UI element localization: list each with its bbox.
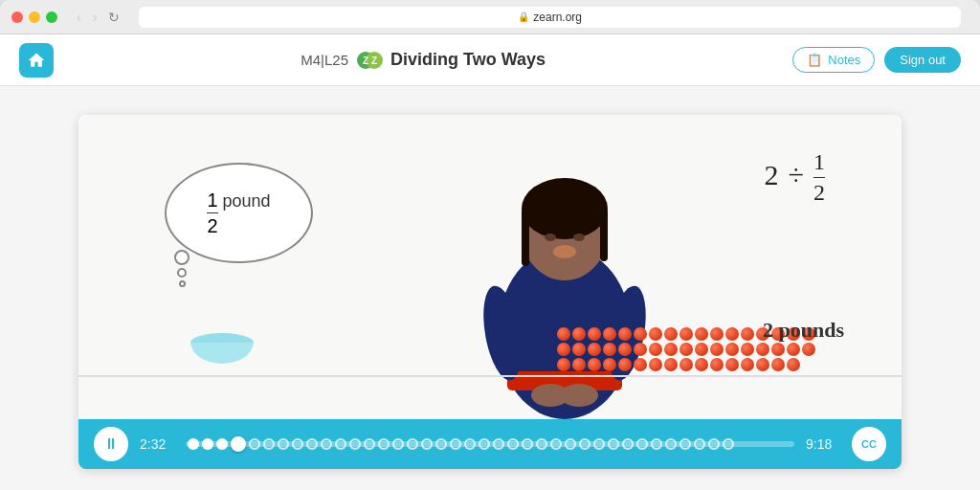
tomato — [741, 327, 754, 341]
tomato — [787, 358, 800, 371]
notes-label: Notes — [828, 53, 860, 67]
bubble-circle-3 — [179, 280, 186, 287]
progress-dot-empty — [579, 438, 590, 450]
cc-button[interactable]: CC — [852, 427, 886, 461]
progress-dot-empty — [407, 438, 418, 450]
tomato — [634, 327, 647, 341]
time-total: 9:18 — [806, 436, 840, 452]
home-button[interactable] — [19, 43, 54, 78]
progress-dot-empty — [464, 438, 476, 450]
progress-dot-empty — [479, 438, 490, 450]
tomato — [634, 343, 647, 356]
notes-icon: 📋 — [807, 53, 822, 67]
video-container: 2 ÷ 1 2 1 — [0, 86, 980, 490]
tomato — [710, 343, 724, 356]
progress-dot-empty — [665, 438, 677, 450]
video-controls: ⏸ 2:32 — [78, 419, 902, 469]
progress-dot-empty — [435, 438, 447, 450]
thought-fraction: 1 2 — [207, 189, 217, 237]
lesson-label: M4|L25 — [301, 52, 348, 68]
tomato — [634, 358, 647, 371]
pounds-label: 2 pounds — [763, 318, 844, 343]
tomato — [679, 327, 693, 341]
signout-button[interactable]: Sign out — [884, 47, 961, 73]
tomato — [588, 343, 601, 356]
tomato — [557, 327, 570, 341]
bowl — [189, 333, 256, 367]
tomato — [664, 327, 678, 341]
tomato — [756, 343, 769, 356]
progress-dot-empty — [507, 438, 519, 450]
progress-dot-empty — [636, 438, 648, 450]
svg-point-16 — [560, 384, 598, 407]
progress-dot-empty — [421, 438, 433, 450]
tomato — [588, 327, 601, 341]
tomato — [603, 343, 616, 356]
equation-display: 2 ÷ 1 2 — [765, 144, 825, 207]
progress-dot-empty — [550, 438, 562, 450]
tomato — [588, 358, 601, 371]
tomato — [710, 327, 724, 341]
bubble-circles — [174, 250, 189, 287]
tomato — [695, 343, 708, 356]
progress-dot-empty — [622, 438, 634, 450]
tomato — [741, 358, 754, 371]
close-button[interactable] — [11, 11, 23, 23]
progress-dot-empty — [493, 438, 504, 450]
progress-dot-empty — [651, 438, 662, 450]
progress-dot-empty — [349, 438, 361, 450]
tomato — [664, 343, 678, 356]
teacher-svg — [440, 142, 689, 419]
tomato — [787, 343, 800, 356]
progress-dot-empty — [278, 438, 289, 450]
pause-button[interactable]: ⏸ — [94, 427, 128, 461]
equation-div: ÷ — [789, 159, 804, 191]
tomato — [572, 343, 586, 356]
tomato — [572, 358, 586, 371]
progress-dot-empty — [450, 438, 461, 450]
progress-dot-empty — [263, 438, 275, 450]
minimize-button[interactable] — [29, 11, 40, 23]
tomato — [741, 343, 754, 356]
equation-fraction: 1 2 — [813, 144, 825, 207]
progress-dot-empty — [679, 438, 691, 450]
thought-bubble: 1 2 pound — [155, 163, 318, 287]
tomato — [771, 358, 785, 371]
back-button[interactable]: ‹ — [73, 8, 85, 27]
progress-handle[interactable] — [231, 436, 246, 452]
equation-number: 2 — [765, 159, 779, 191]
tomato — [679, 343, 693, 356]
tomato — [649, 358, 662, 371]
address-bar[interactable]: 🔒 zearn.org — [139, 7, 961, 28]
tomato — [725, 327, 739, 341]
tomato — [710, 358, 724, 371]
maximize-button[interactable] — [46, 11, 57, 23]
tomato — [618, 358, 632, 371]
svg-text:Z: Z — [371, 56, 377, 66]
forward-button[interactable]: › — [89, 8, 101, 27]
bubble-circle-1 — [174, 250, 189, 265]
pause-icon: ⏸ — [103, 435, 119, 453]
bubble-circle-2 — [177, 268, 187, 278]
refresh-button[interactable]: ↻ — [104, 8, 123, 27]
notes-button[interactable]: 📋 Notes — [792, 47, 875, 73]
progress-dot-empty — [708, 438, 720, 450]
progress-bar[interactable] — [186, 441, 794, 447]
time-current: 2:32 — [140, 436, 174, 452]
svg-point-6 — [522, 178, 608, 239]
svg-point-9 — [545, 234, 556, 241]
svg-rect-8 — [600, 209, 608, 261]
home-icon — [27, 51, 46, 70]
progress-dot-empty — [522, 438, 533, 450]
tomato — [771, 343, 785, 356]
progress-dot — [202, 438, 213, 450]
tomato — [664, 358, 678, 371]
progress-dot-empty — [723, 438, 734, 450]
svg-rect-12 — [507, 371, 622, 390]
nav-bar: M4|L25 Z Z Dividing Two Ways 📋 Notes Sig… — [0, 34, 980, 86]
svg-text:Z: Z — [363, 56, 368, 66]
tomato — [618, 343, 632, 356]
tomato — [557, 343, 570, 356]
nav-buttons: ‹ › ↻ — [73, 8, 123, 27]
progress-dot-empty — [536, 438, 547, 450]
